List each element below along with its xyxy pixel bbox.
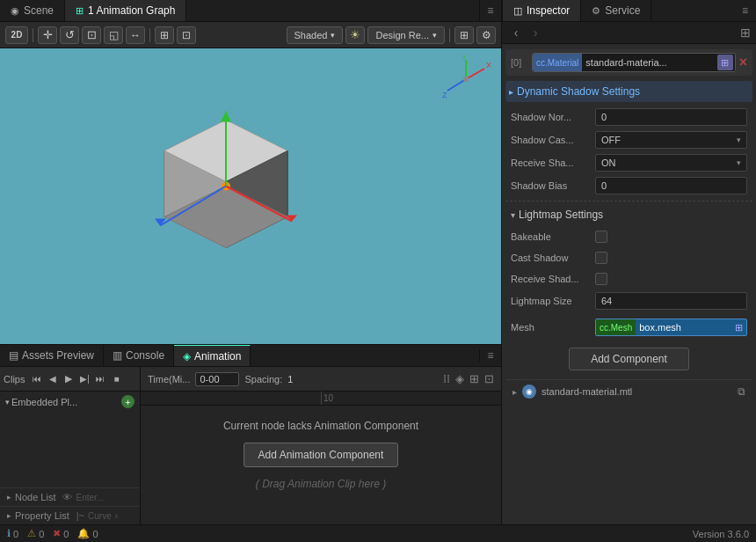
prop-list-item[interactable]: ▸ Property List |~ Curve ›	[0, 506, 140, 524]
material-file-copy-btn[interactable]: ⧉	[738, 385, 745, 398]
shadow-nor-value[interactable]: 0	[595, 108, 747, 126]
inspector-back-btn[interactable]: ‹	[507, 24, 525, 41]
lightmap-size-value[interactable]: 64	[595, 292, 747, 310]
design-dropdown[interactable]: Design Re... ▾	[367, 26, 445, 44]
add-clip-btn[interactable]: +	[121, 395, 134, 408]
receive-sha2-checkbox[interactable]	[595, 273, 607, 285]
material-file-name: standard-material.mtl	[542, 386, 732, 397]
timeline-copy-btn[interactable]: ⊞	[469, 372, 479, 385]
timeline-diamond-btn[interactable]: ◈	[455, 372, 464, 385]
transform-btn-7[interactable]: ⊡	[177, 26, 196, 44]
embedded-clips-label: Embedded Pl...	[11, 397, 77, 407]
inspector-scroll[interactable]: [0] cc.Material standard-materia... ⊞ × …	[502, 44, 756, 524]
mesh-link-btn[interactable]: ⊞	[731, 319, 746, 335]
material-file-row[interactable]: ▸ ◉ standard-material.mtl ⧉	[505, 379, 752, 403]
timeline-dots-btn[interactable]: ⁞⁞	[443, 372, 450, 385]
cast-shadow-label: Cast Shadow	[511, 253, 590, 263]
time-range-input[interactable]	[195, 372, 239, 386]
inspector-pin-btn[interactable]: ⊞	[740, 26, 751, 40]
light-btn[interactable]: ☀	[345, 26, 365, 44]
viewport[interactable]: X Y Z	[0, 48, 501, 344]
warn-icon: ⚠	[27, 528, 36, 539]
animation-main: Time(Mi... Spacing: 1 ⁞⁞ ◈ ⊞ ⊡ 10	[141, 367, 501, 524]
animation-content: Clips ⏮ ◀ ▶ ▶| ⏭ ■ ▾ Embedded Pl... +	[0, 367, 501, 524]
error-count: 0	[63, 529, 69, 539]
status-bar: ℹ 0 ⚠ 0 ✖ 0 🔔 0 Version 3.6.0	[0, 524, 756, 542]
service-icon: ⚙	[592, 5, 600, 17]
shaded-dropdown[interactable]: Shaded ▾	[287, 26, 344, 44]
bakeable-checkbox[interactable]	[595, 231, 607, 243]
transform-btn-4[interactable]: ◱	[104, 26, 123, 44]
camera-settings-btn[interactable]: ⚙	[476, 26, 496, 44]
transform-btn-2[interactable]: ↺	[60, 26, 79, 44]
svg-text:Z: Z	[442, 91, 447, 99]
play-prev-btn[interactable]: ◀	[46, 372, 60, 386]
mesh-label: Mesh	[511, 322, 590, 333]
node-list-item[interactable]: ▸ Node List 👁 Enter...	[0, 487, 140, 506]
dynamic-shadow-header[interactable]: ▸ Dynamic Shadow Settings	[505, 81, 752, 102]
inspector-forward-btn[interactable]: ›	[527, 24, 544, 41]
tab-service[interactable]: ⚙ Service	[581, 0, 651, 21]
lightmap-header[interactable]: ▾ Lightmap Settings	[505, 205, 752, 224]
right-panel: ‹ › ⊞ [0] cc.Material standard-materia..…	[501, 22, 756, 524]
tab-menu-btn[interactable]: ≡	[479, 0, 501, 21]
cast-shadow-checkbox[interactable]	[595, 252, 607, 264]
receive-sha1-dropdown[interactable]: ON ▾	[595, 154, 747, 172]
info-status[interactable]: ℹ 0	[7, 528, 18, 539]
bell-icon: 🔔	[77, 528, 90, 539]
no-anim-message: Current node lacks Animation Component	[223, 420, 418, 432]
curve-label: Curve	[88, 511, 112, 521]
bottom-tabs: ▤ Assets Preview ▥ Console ◈ Animation ≡	[0, 345, 501, 367]
svg-text:Y: Y	[462, 55, 467, 61]
embedded-clips-item[interactable]: ▾ Embedded Pl... +	[0, 392, 140, 412]
material-link-btn[interactable]: ⊞	[717, 55, 733, 70]
shadow-bias-value[interactable]: 0	[595, 177, 747, 194]
play-start-btn[interactable]: ⏮	[30, 372, 44, 386]
camera-lock-btn[interactable]: ⊞	[454, 26, 474, 44]
tab-console[interactable]: ▥ Console	[104, 345, 174, 366]
tab-animation[interactable]: ◈ Animation	[174, 345, 251, 366]
shadow-cas-row: Shadow Cas... OFF ▾	[505, 128, 752, 151]
play-next-btn[interactable]: ▶|	[77, 372, 91, 386]
transform-btn-5[interactable]: ↔	[126, 26, 145, 44]
spacing-label: Spacing:	[244, 374, 282, 385]
scene-icon: ◉	[11, 5, 19, 17]
timeline-paste-btn[interactable]: ⊡	[484, 372, 494, 385]
bottom-panel-menu-btn[interactable]: ≡	[479, 349, 501, 362]
material-delete-btn[interactable]: ×	[739, 55, 747, 70]
shadow-cas-dropdown[interactable]: OFF ▾	[595, 131, 747, 149]
inspector-nav: ‹ › ⊞	[502, 22, 756, 44]
svg-marker-10	[221, 112, 231, 122]
bakeable-row: Bakeable	[505, 226, 752, 247]
play-btn[interactable]: ▶	[62, 372, 76, 386]
play-end-btn[interactable]: ⏭	[93, 372, 107, 386]
right-tab-menu-btn[interactable]: ≡	[734, 0, 756, 21]
svg-point-19	[463, 77, 469, 82]
tab-service-label: Service	[605, 4, 640, 17]
mode-2d-3d-btn[interactable]: 2D	[5, 26, 28, 44]
add-component-row: Add Component	[505, 339, 752, 379]
warn-count: 0	[39, 529, 44, 539]
warn-status[interactable]: ⚠ 0	[27, 528, 44, 539]
notif-status[interactable]: 🔔 0	[77, 528, 98, 539]
inspector-icon: ◫	[513, 5, 522, 17]
tab-console-label: Console	[126, 349, 164, 362]
tab-animation-graph[interactable]: ⊞ 1 Animation Graph	[65, 0, 186, 21]
error-status[interactable]: ✖ 0	[53, 528, 69, 539]
mesh-row: Mesh cc.Mesh box.mesh ⊞	[505, 316, 752, 339]
transform-btn-6[interactable]: ⊞	[155, 26, 174, 44]
tab-inspector[interactable]: ◫ Inspector	[503, 0, 581, 21]
stop-btn[interactable]: ■	[109, 372, 123, 386]
node-list-arrow-icon: ▸	[7, 493, 11, 502]
add-animation-component-btn[interactable]: Add Animation Component	[244, 443, 399, 467]
transform-btn-3[interactable]: ⊡	[82, 26, 101, 44]
tab-assets-preview[interactable]: ▤ Assets Preview	[0, 345, 104, 366]
transform-btn-1[interactable]: ✛	[38, 26, 57, 44]
lightmap-section: ▾ Lightmap Settings Bakeable Cast Shadow…	[505, 205, 752, 312]
timeline-ruler: 10	[141, 392, 501, 406]
add-component-btn[interactable]: Add Component	[569, 348, 689, 370]
drag-hint: ( Drag Animation Clip here )	[256, 478, 386, 490]
tab-scene[interactable]: ◉ Scene	[0, 0, 65, 21]
toolbar-separator-2	[149, 28, 150, 42]
enter-label: Enter...	[76, 493, 104, 502]
